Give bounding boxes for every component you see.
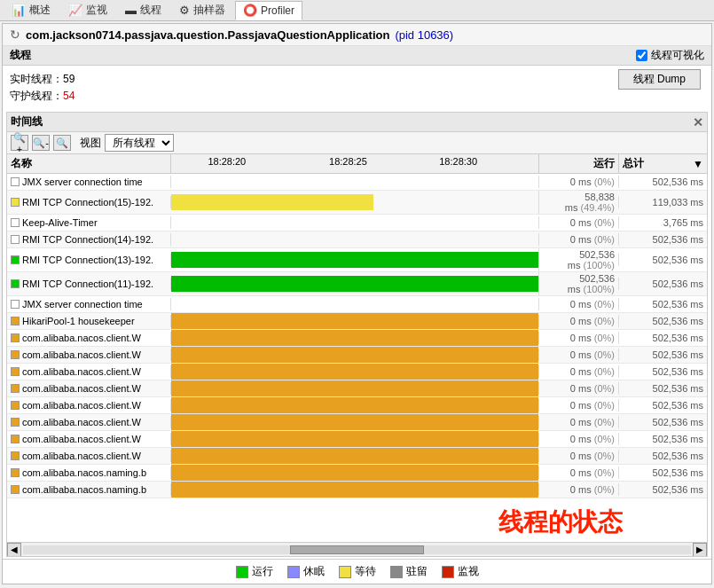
thread-name-text: JMX server connection time xyxy=(22,176,143,187)
thread-name-text: Keep-Alive-Timer xyxy=(22,217,98,228)
daemon-value: 54 xyxy=(63,90,75,102)
thread-total-cell: 3,765 ms xyxy=(618,216,707,229)
thread-name-cell: com.alibaba.nacos.client.W xyxy=(7,332,171,344)
thread-name-cell: JMX server connection time xyxy=(7,176,171,188)
legend-item: 监视 xyxy=(442,564,479,579)
thread-run-cell: 0 ms (0%) xyxy=(538,315,618,327)
legend-item: 休眠 xyxy=(287,564,325,579)
legend-bar: 运行休眠等待驻留监视 xyxy=(3,559,711,584)
sort-icon[interactable]: ▼ xyxy=(693,158,703,170)
thread-color-indicator xyxy=(11,333,20,342)
thread-color-indicator xyxy=(11,384,20,393)
thread-timeline-cell xyxy=(171,296,538,312)
scrollbar-area: ◀ ▶ xyxy=(7,542,707,556)
legend-label: 驻留 xyxy=(406,564,428,579)
table-row[interactable]: com.alibaba.nacos.client.W 0 ms (0%) 502… xyxy=(7,431,707,448)
thread-color-indicator xyxy=(11,235,20,244)
thread-color-indicator xyxy=(11,468,20,477)
tab-profiler[interactable]: ⭕ Profiler xyxy=(235,1,302,20)
thread-color-indicator xyxy=(11,300,20,309)
thread-name-text: com.alibaba.nacos.client.W xyxy=(22,434,141,444)
thread-name-cell: com.alibaba.nacos.client.W xyxy=(7,399,171,412)
thread-total-cell: 502,536 ms xyxy=(618,399,707,412)
table-row[interactable]: com.alibaba.nacos.naming.b 0 ms (0%) 502… xyxy=(7,482,707,498)
zoom-out-button[interactable]: 🔍- xyxy=(32,135,50,151)
overview-icon: 📊 xyxy=(12,4,26,17)
thread-run-cell: 0 ms (0%) xyxy=(538,349,618,361)
legend-color-box xyxy=(442,566,454,578)
table-row[interactable]: RMI TCP Connection(13)-192. 502,536 ms (… xyxy=(7,248,707,272)
thread-color-indicator xyxy=(11,255,20,264)
thread-run-cell: 0 ms (0%) xyxy=(538,176,618,188)
table-row[interactable]: Keep-Alive-Timer 0 ms (0%) 3,765 ms xyxy=(7,215,707,231)
thread-name-cell: JMX server connection time xyxy=(7,298,171,310)
thread-total-cell: 502,536 ms xyxy=(618,450,707,462)
thread-run-cell: 0 ms (0%) xyxy=(538,466,618,479)
thread-name-text: JMX server connection time xyxy=(22,299,143,310)
tab-sampler[interactable]: ⚙ 抽样器 xyxy=(171,1,233,20)
table-row[interactable]: RMI TCP Connection(15)-192. 58,838 ms (4… xyxy=(7,191,707,215)
tab-threads[interactable]: ▬ 线程 xyxy=(117,1,169,20)
table-row[interactable]: com.alibaba.nacos.client.W 0 ms (0%) 502… xyxy=(7,397,707,414)
thread-name-cell: HikariPool-1 housekeeper xyxy=(7,315,171,327)
thread-color-indicator xyxy=(11,451,20,460)
thread-name-text: HikariPool-1 housekeeper xyxy=(22,316,135,326)
timeline-header-bar: 时间线 ✕ xyxy=(7,113,707,132)
table-row[interactable]: HikariPool-1 housekeeper 0 ms (0%) 502,5… xyxy=(7,313,707,330)
thread-total-cell: 502,536 ms xyxy=(618,254,707,266)
thread-name-cell: RMI TCP Connection(14)-192. xyxy=(7,233,171,246)
legend-color-box xyxy=(236,566,248,578)
close-icon[interactable]: ✕ xyxy=(693,115,703,129)
scroll-right-button[interactable]: ▶ xyxy=(693,543,707,557)
table-row[interactable]: com.alibaba.nacos.client.W 0 ms (0%) 502… xyxy=(7,347,707,364)
thread-name-cell: com.alibaba.nacos.client.W xyxy=(7,382,171,395)
thread-color-indicator xyxy=(11,198,20,207)
thread-name-text: com.alibaba.nacos.naming.b xyxy=(22,484,146,495)
table-row[interactable]: RMI TCP Connection(11)-192. 502,536 ms (… xyxy=(7,272,707,296)
thread-total-cell: 502,536 ms xyxy=(618,298,707,310)
thread-run-cell: 0 ms (0%) xyxy=(538,332,618,344)
thread-color-indicator xyxy=(11,317,20,325)
monitor-icon: 📈 xyxy=(68,4,82,17)
thread-name-cell: RMI TCP Connection(15)-192. xyxy=(7,196,171,208)
threads-icon: ▬ xyxy=(125,4,137,17)
fit-button[interactable]: 🔍 xyxy=(53,135,71,151)
table-row[interactable]: JMX server connection time 0 ms (0%) 502… xyxy=(7,174,707,191)
thread-timeline-cell xyxy=(171,414,538,430)
thread-run-cell: 0 ms (0%) xyxy=(538,365,618,378)
thread-name-text: com.alibaba.nacos.client.W xyxy=(22,417,141,427)
tab-overview[interactable]: 📊 概述 xyxy=(4,1,59,20)
view-select[interactable]: 所有线程 xyxy=(105,134,174,152)
thread-color-indicator xyxy=(11,350,20,359)
scroll-thumb[interactable] xyxy=(290,545,424,554)
thread-color-indicator xyxy=(11,218,20,227)
thread-timeline-cell xyxy=(171,364,538,380)
thread-name-cell: RMI TCP Connection(11)-192. xyxy=(7,278,171,290)
table-row[interactable]: RMI TCP Connection(14)-192. 0 ms (0%) 50… xyxy=(7,231,707,248)
table-row[interactable]: com.alibaba.nacos.naming.b 0 ms (0%) 502… xyxy=(7,465,707,482)
thread-run-cell: 0 ms (0%) xyxy=(538,450,618,462)
dump-button[interactable]: 线程 Dump xyxy=(618,69,701,90)
table-row[interactable]: com.alibaba.nacos.client.W 0 ms (0%) 502… xyxy=(7,380,707,397)
thread-name-text: com.alibaba.nacos.client.W xyxy=(22,451,141,461)
thread-color-indicator xyxy=(11,485,20,494)
scroll-left-button[interactable]: ◀ xyxy=(7,543,21,557)
thread-timeline-cell xyxy=(171,465,538,481)
toolbar-row: 🔍+ 🔍- 🔍 视图 所有线程 xyxy=(7,132,707,154)
refresh-icon: ↻ xyxy=(10,27,20,42)
thread-run-cell: 502,536 ms (100%) xyxy=(538,248,618,271)
thread-timeline-cell xyxy=(171,347,538,363)
table-row[interactable]: com.alibaba.nacos.client.W 0 ms (0%) 502… xyxy=(7,330,707,347)
thread-run-cell: 0 ms (0%) xyxy=(538,399,618,412)
scroll-track xyxy=(23,545,691,554)
table-row[interactable]: com.alibaba.nacos.client.W 0 ms (0%) 502… xyxy=(7,364,707,380)
table-row[interactable]: com.alibaba.nacos.client.W 0 ms (0%) 502… xyxy=(7,414,707,431)
tab-monitor[interactable]: 📈 监视 xyxy=(60,1,115,20)
thread-run-cell: 0 ms (0%) xyxy=(538,416,618,428)
table-row[interactable]: JMX server connection time 0 ms (0%) 502… xyxy=(7,296,707,313)
timeline-section: 时间线 ✕ 🔍+ 🔍- 🔍 视图 所有线程 名称 18:28:20 18:28:… xyxy=(6,112,708,557)
thread-visible-checkbox[interactable] xyxy=(636,50,647,61)
table-row[interactable]: com.alibaba.nacos.client.W 0 ms (0%) 502… xyxy=(7,448,707,465)
zoom-in-button[interactable]: 🔍+ xyxy=(11,135,28,151)
thread-total-cell: 502,536 ms xyxy=(618,416,707,428)
